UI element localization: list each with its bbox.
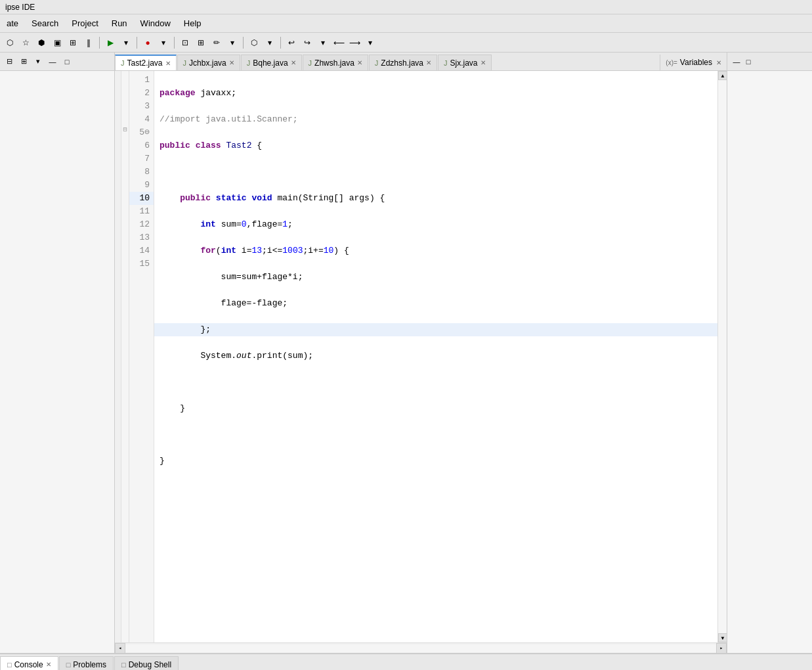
toolbar-btn-1[interactable]: ⬡	[3, 35, 17, 50]
tab-zdzhsh[interactable]: J Zdzhsh.java ✕	[369, 55, 437, 70]
toolbar-btn-10[interactable]: ⊞	[194, 35, 208, 50]
editor-hscroll: ◂ ▸	[115, 642, 727, 653]
toolbar-btn-5[interactable]: ⊞	[66, 35, 80, 50]
toolbar-nav-dropdown[interactable]: ▾	[316, 35, 330, 50]
toolbar-btn-12[interactable]: ▾	[225, 35, 240, 50]
variables-tab-close[interactable]: ✕	[716, 59, 721, 66]
toolbar-sep-3	[174, 37, 175, 49]
tab-bqhe[interactable]: J Bqhe.java ✕	[241, 55, 302, 70]
tab-zhwsh[interactable]: J Zhwsh.java ✕	[303, 55, 368, 70]
toolbar-fwd-btn[interactable]: ↪	[300, 35, 314, 50]
toolbar-btn-2[interactable]: ☆	[18, 35, 33, 50]
console-tab-label: Console	[14, 660, 43, 669]
toolbar-btn-8[interactable]: ▾	[156, 35, 171, 50]
left-panel: ⊟ ⊞ ▾ — □	[0, 53, 115, 653]
console-tab-problems[interactable]: □ Problems	[59, 656, 114, 670]
tab-icon-sjx: J	[444, 59, 448, 67]
linenum-3: 3	[129, 100, 154, 113]
linenum-15: 15	[129, 257, 154, 271]
toolbar-sep-2	[137, 37, 137, 49]
code-line-2: //import java.util.Scanner;	[160, 113, 712, 126]
bp-9	[115, 176, 121, 189]
linenum-14: 14	[129, 244, 154, 257]
fold-5[interactable]: ⊟	[121, 123, 129, 137]
toolbar-btn-7[interactable]: ●	[140, 35, 155, 50]
menu-window[interactable]: Window	[134, 16, 177, 30]
linenum-4: 4	[129, 113, 154, 126]
toolbar-btn-4[interactable]: ▣	[50, 35, 64, 50]
code-line-1: package javaxx;	[160, 87, 712, 100]
right-panel-minimize[interactable]: —	[731, 56, 742, 67]
hscroll-track[interactable]	[125, 644, 716, 652]
tab-sjx[interactable]: J Sjx.java ✕	[438, 55, 492, 70]
bp-15	[115, 255, 121, 268]
toolbar-sep-5	[280, 37, 281, 49]
menu-search[interactable]: Search	[25, 16, 65, 30]
left-tab-btn-1[interactable]: ⊟	[3, 55, 16, 68]
left-tab-btn-2[interactable]: ⊞	[17, 55, 30, 68]
tab-close-sjx[interactable]: ✕	[481, 59, 486, 66]
tab-close-tast2[interactable]: ✕	[165, 60, 171, 67]
tab-label-tast2: Tast2.java	[127, 58, 163, 68]
code-content[interactable]: package javaxx; //import java.util.Scann…	[154, 71, 717, 642]
tab-jchbx[interactable]: J Jchbx.java ✕	[177, 55, 240, 70]
tab-icon-jchbx: J	[183, 59, 187, 67]
title-text: ipse IDE	[5, 3, 35, 12]
hscroll-right-btn[interactable]: ▸	[716, 643, 727, 654]
tab-label-sjx: Sjx.java	[450, 58, 478, 68]
fold-10	[121, 189, 129, 202]
tab-icon-zhwsh: J	[309, 59, 312, 67]
code-line-5: public static void main(String[] args) {	[160, 192, 712, 205]
editor-scrollbar: ▲ ▼	[717, 71, 727, 642]
bp-5	[115, 123, 121, 137]
code-line-8: sum=sum+flage*i;	[160, 271, 712, 284]
toolbar-btn-11[interactable]: ✏	[209, 35, 224, 50]
scroll-track[interactable]	[718, 80, 727, 633]
right-panel-maximize[interactable]: □	[743, 56, 754, 67]
toolbar-nav-dropdown2[interactable]: ▾	[363, 35, 377, 50]
hscroll-left-btn[interactable]: ◂	[115, 643, 125, 654]
toolbar-btn-6[interactable]: ‖	[81, 35, 96, 50]
toolbar-next-btn[interactable]: ⟶	[347, 35, 362, 50]
tab-tast2[interactable]: J Tast2.java ✕	[115, 55, 177, 70]
toolbar-prev-btn[interactable]: ⟵	[331, 35, 346, 50]
toolbar-run-dropdown[interactable]: ▾	[119, 35, 133, 50]
bp-11	[115, 202, 121, 215]
menu-project[interactable]: Project	[65, 16, 104, 30]
left-tab-btn-minus[interactable]: —	[46, 55, 59, 68]
toolbar-btn-13[interactable]: ⬡	[247, 35, 261, 50]
tab-close-jchbx[interactable]: ✕	[229, 59, 234, 66]
line-numbers: 1 2 3 4 5⊖ 6 7 8 9 10 11 12 13 14 15	[129, 71, 154, 642]
menu-run[interactable]: Run	[105, 16, 134, 30]
console-tab-console[interactable]: □ Console ✕	[0, 656, 58, 670]
scroll-down-btn[interactable]: ▼	[718, 633, 727, 642]
main-layout: ⊟ ⊞ ▾ — □ J Tast2.java ✕ J Jchbx.java ✕ …	[0, 53, 812, 653]
fold-7	[121, 150, 129, 163]
scroll-up-btn[interactable]: ▲	[718, 71, 727, 80]
toolbar-btn-3[interactable]: ⬢	[34, 35, 49, 50]
menu-ate[interactable]: ate	[0, 16, 25, 30]
code-line-9: flage=-flage;	[160, 297, 712, 310]
toolbar: ⬡ ☆ ⬢ ▣ ⊞ ‖ ▶ ▾ ● ▾ ⊡ ⊞ ✏ ▾ ⬡ ▾ ↩ ↪ ▾ ⟵ …	[0, 33, 812, 53]
toolbar-btn-9[interactable]: ⊡	[178, 35, 192, 50]
left-tab-btn-collapse[interactable]: ▾	[32, 55, 45, 68]
toolbar-btn-14[interactable]: ▾	[263, 35, 277, 50]
fold-12	[121, 215, 129, 229]
toolbar-run-btn[interactable]: ▶	[103, 35, 118, 50]
tab-close-zhwsh[interactable]: ✕	[357, 59, 362, 66]
console-tab-close[interactable]: ✕	[46, 661, 51, 668]
left-tab-btn-restore[interactable]: □	[60, 55, 74, 68]
tab-close-zdzhsh[interactable]: ✕	[426, 59, 431, 66]
toolbar-sep-1	[99, 37, 100, 49]
console-tab-debug[interactable]: □ Debug Shell	[114, 656, 179, 670]
tab-close-bqhe[interactable]: ✕	[291, 59, 296, 66]
code-line-3: public class Tast2 {	[160, 139, 712, 152]
linenum-11: 11	[129, 205, 154, 218]
toolbar-back-btn[interactable]: ↩	[284, 35, 299, 50]
menu-help[interactable]: Help	[177, 16, 208, 30]
linenum-2: 2	[129, 87, 154, 100]
left-panel-tabs: ⊟ ⊞ ▾ — □	[0, 53, 114, 71]
tab-label-bqhe: Bqhe.java	[253, 58, 288, 68]
toolbar-sep-4	[243, 37, 244, 49]
variables-tab[interactable]: (x)= Variables ✕	[660, 55, 727, 70]
